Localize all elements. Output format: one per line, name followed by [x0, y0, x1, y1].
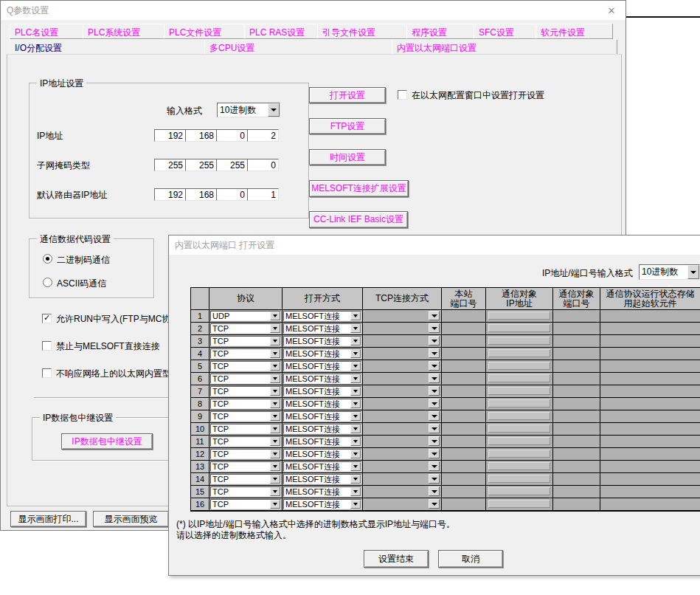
tcp-connection-dropdown[interactable] — [429, 424, 440, 433]
tcp-connection-dropdown[interactable] — [429, 474, 440, 484]
ip-octet-field[interactable]: 0 — [216, 188, 248, 201]
open-method-dropdown[interactable]: MELSOFT连接 — [283, 411, 361, 422]
chevron-down-icon[interactable] — [270, 412, 280, 421]
ip-octet-field[interactable]: 2 — [247, 129, 279, 142]
chevron-down-icon[interactable] — [270, 387, 280, 396]
chevron-down-icon[interactable] — [268, 103, 280, 117]
open-method-dropdown[interactable]: MELSOFT连接 — [283, 461, 361, 472]
chevron-down-icon[interactable] — [350, 500, 361, 509]
protocol-dropdown[interactable]: TCP — [210, 411, 281, 422]
binary-code-radio[interactable] — [43, 254, 52, 264]
chevron-down-icon[interactable] — [350, 399, 361, 408]
tcp-connection-dropdown[interactable] — [429, 348, 440, 358]
ip-relay-settings-button[interactable]: IP数据包中继设置 — [61, 433, 153, 450]
protocol-dropdown[interactable]: TCP — [210, 474, 281, 484]
tcp-connection-dropdown[interactable] — [429, 411, 440, 421]
chevron-down-icon[interactable] — [270, 324, 280, 333]
ip-octet-field[interactable]: 255 — [185, 159, 217, 171]
tcp-connection-dropdown[interactable] — [429, 436, 440, 446]
finish-settings-button[interactable]: 设置结束 — [364, 550, 429, 568]
side-button-5[interactable]: CC-Link IEF Basic设置 — [309, 211, 408, 228]
tcp-connection-dropdown[interactable] — [429, 399, 440, 408]
ip-octet-field[interactable]: 1 — [247, 188, 279, 201]
chevron-down-icon[interactable] — [270, 475, 280, 484]
open-method-dropdown[interactable]: MELSOFT连接 — [283, 348, 361, 359]
chevron-down-icon[interactable] — [687, 265, 699, 279]
protocol-dropdown[interactable]: TCP — [210, 499, 281, 509]
close-icon[interactable]: ✕ — [603, 4, 620, 18]
chevron-down-icon[interactable] — [270, 437, 280, 446]
tcp-connection-dropdown[interactable] — [429, 449, 440, 458]
ip-octet-field[interactable]: 0 — [216, 129, 248, 142]
chevron-down-icon[interactable] — [270, 487, 280, 496]
tcp-connection-dropdown[interactable] — [429, 311, 440, 320]
tab-row1-1[interactable]: PLC名设置 — [10, 24, 83, 39]
tab-row1-6[interactable]: 程序设置 — [406, 24, 474, 39]
input-format-dropdown[interactable]: 10进制数 — [217, 103, 280, 117]
open-method-dropdown[interactable]: MELSOFT连接 — [283, 311, 361, 321]
open-dialog-titlebar[interactable]: 内置以太网端口 打开设置 — [169, 235, 700, 255]
ip-octet-field[interactable]: 168 — [185, 188, 217, 201]
chevron-down-icon[interactable] — [350, 412, 361, 421]
chevron-down-icon[interactable] — [350, 337, 361, 345]
ethernet-config-checkbox[interactable] — [398, 90, 407, 100]
chevron-down-icon[interactable] — [350, 362, 361, 371]
chevron-down-icon[interactable] — [270, 374, 280, 383]
ip-octet-field[interactable]: 0 — [247, 159, 279, 171]
protocol-dropdown[interactable]: TCP — [210, 461, 281, 472]
protocol-dropdown[interactable]: TCP — [210, 399, 281, 409]
protocol-dropdown[interactable]: TCP — [210, 486, 281, 497]
protocol-dropdown[interactable]: TCP — [210, 374, 281, 384]
ip-octet-field[interactable]: 255 — [154, 159, 186, 171]
protocol-dropdown[interactable]: TCP — [210, 348, 281, 359]
tab-row1-3[interactable]: PLC文件设置 — [164, 24, 245, 39]
chevron-down-icon[interactable] — [270, 349, 280, 358]
chevron-down-icon[interactable] — [350, 349, 361, 358]
open-method-dropdown[interactable]: MELSOFT连接 — [283, 436, 361, 447]
tab-row1-2[interactable]: PLC系统设置 — [83, 24, 164, 39]
side-button-2[interactable]: FTP设置 — [309, 118, 386, 134]
option-checkbox-1[interactable] — [42, 314, 52, 323]
chevron-down-icon[interactable] — [350, 312, 361, 320]
tab-row1-5[interactable]: 引导文件设置 — [317, 24, 407, 39]
ip-octet-field[interactable]: 192 — [154, 188, 186, 201]
ip-octet-field[interactable]: 255 — [216, 159, 248, 171]
tab-row2-2[interactable]: 多CPU设置 — [204, 39, 392, 55]
open-method-dropdown[interactable]: MELSOFT连接 — [283, 361, 361, 371]
ip-octet-field[interactable]: 192 — [154, 129, 186, 142]
tab-row1-8[interactable]: 软元件设置 — [536, 24, 613, 39]
chevron-down-icon[interactable] — [270, 500, 280, 509]
tcp-connection-dropdown[interactable] — [429, 323, 440, 333]
chevron-down-icon[interactable] — [270, 450, 280, 458]
chevron-down-icon[interactable] — [350, 462, 361, 471]
open-method-dropdown[interactable]: MELSOFT连接 — [283, 336, 361, 346]
tab-row2-3[interactable]: 内置以太网端口设置 — [392, 39, 617, 55]
chevron-down-icon[interactable] — [350, 387, 361, 396]
chevron-down-icon[interactable] — [270, 462, 280, 471]
chevron-down-icon[interactable] — [270, 312, 280, 320]
open-method-dropdown[interactable]: MELSOFT连接 — [283, 424, 361, 434]
open-method-dropdown[interactable]: MELSOFT连接 — [283, 474, 361, 484]
chevron-down-icon[interactable] — [350, 487, 361, 496]
open-method-dropdown[interactable]: MELSOFT连接 — [283, 499, 361, 509]
ascii-code-radio[interactable] — [43, 278, 52, 287]
chevron-down-icon[interactable] — [270, 362, 280, 371]
main-titlebar[interactable]: Q参数设置 — [1, 1, 626, 20]
tcp-connection-dropdown[interactable] — [429, 486, 440, 496]
side-button-3[interactable]: 时间设置 — [309, 149, 386, 165]
protocol-dropdown[interactable]: TCP — [210, 436, 281, 447]
chevron-down-icon[interactable] — [350, 374, 361, 383]
side-button-1[interactable]: 打开设置 — [309, 87, 386, 103]
chevron-down-icon[interactable] — [270, 399, 280, 408]
tcp-connection-dropdown[interactable] — [429, 336, 440, 345]
tcp-connection-dropdown[interactable] — [429, 461, 440, 471]
tcp-connection-dropdown[interactable] — [429, 361, 440, 371]
tcp-connection-dropdown[interactable] — [429, 374, 440, 383]
cancel-button[interactable]: 取消 — [438, 550, 503, 568]
chevron-down-icon[interactable] — [350, 450, 361, 458]
protocol-dropdown[interactable]: TCP — [210, 449, 281, 459]
preview-screen-button[interactable]: 显示画面预览 — [93, 511, 169, 527]
protocol-dropdown[interactable]: TCP — [210, 424, 281, 434]
side-button-4[interactable]: MELSOFT连接扩展设置 — [309, 180, 409, 197]
tab-row1-7[interactable]: SFC设置 — [474, 24, 536, 39]
